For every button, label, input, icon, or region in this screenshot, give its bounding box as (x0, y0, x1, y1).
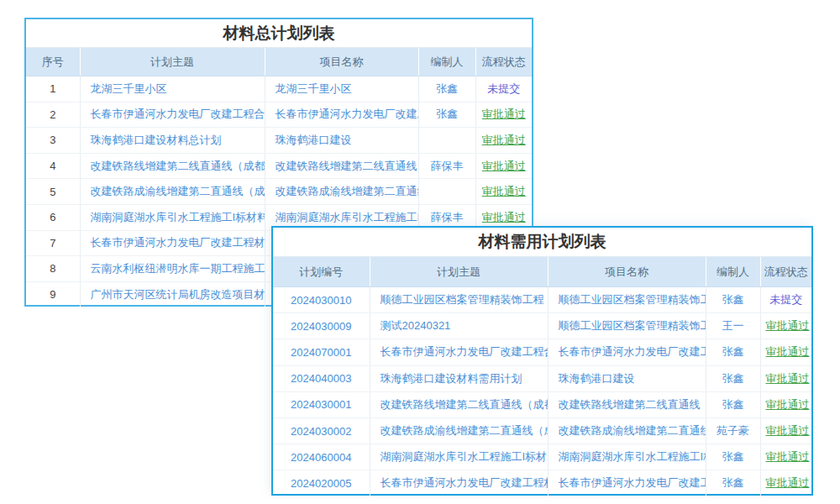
project-name-link[interactable]: 顺德工业园区档案管理精装饰工程（... (548, 313, 706, 339)
table-row[interactable]: 2024040003 珠海鹤港口建设材料需用计划 珠海鹤港口建设 张鑫 审批通过 (273, 365, 811, 391)
row-seq: 9 (26, 281, 80, 307)
plan-code-link[interactable]: 2024070001 (273, 339, 370, 365)
plan-subject-link[interactable]: 湖南洞庭湖水库引水工程施工I标材料总计划 (80, 204, 265, 230)
table-row[interactable]: 3 珠海鹤港口建设材料总计划 珠海鹤港口建设 审批通过 (26, 128, 532, 154)
plan-code-link[interactable]: 2024030010 (273, 287, 370, 313)
plan-subject-link[interactable]: 珠海鹤港口建设材料需用计划 (370, 365, 548, 391)
plan-code-link[interactable]: 2024060004 (273, 444, 370, 470)
project-name-link[interactable]: 改建铁路成渝线增建第二直通线... (265, 179, 418, 205)
column-header-project-name: 项目名称 (548, 257, 706, 287)
status-link[interactable]: 未提交 (475, 76, 532, 102)
status-link[interactable]: 审批通过 (760, 391, 811, 417)
plan-subject-link[interactable]: 珠海鹤港口建设材料总计划 (80, 128, 265, 154)
project-name-link[interactable]: 长春市伊通河水力发电厂改建工程 (548, 470, 706, 496)
status-link[interactable]: 未提交 (760, 287, 811, 313)
table-row[interactable]: 1 龙湖三千里小区 龙湖三千里小区 张鑫 未提交 (26, 76, 532, 102)
row-seq: 7 (26, 230, 80, 256)
creator-name: 薛保丰 (418, 153, 475, 179)
creator-name: 张鑫 (706, 391, 760, 417)
project-name-link[interactable]: 龙湖三千里小区 (265, 76, 418, 102)
column-header-plan-subject: 计划主题 (80, 48, 265, 76)
plan-subject-link[interactable]: 长春市伊通河水力发电厂改建工程材料总计划 (80, 230, 265, 256)
plan-subject-link[interactable]: 广州市天河区统计局机房改造项目材料总计划 (80, 281, 265, 307)
project-name-link[interactable]: 改建铁路线增建第二线直通线（成都... (548, 391, 706, 417)
column-header-plan-subject: 计划主题 (370, 257, 548, 287)
screen: 材料总计划列表 序号 计划主题 项目名称 编制人 流程状态 1 龙湖三千里小区 … (0, 0, 840, 504)
plan-subject-link[interactable]: 改建铁路成渝线增建第二直通线（成渝枢纽... (80, 179, 265, 205)
status-link[interactable]: 审批通过 (760, 417, 811, 444)
column-header-seq: 序号 (26, 48, 80, 76)
status-link[interactable]: 审批通过 (475, 128, 532, 154)
status-link[interactable]: 审批通过 (475, 102, 532, 128)
demand-plan-table: 计划编号 计划主题 项目名称 编制人 流程状态 2024030010 顺德工业园… (273, 257, 811, 496)
table-row[interactable]: 4 改建铁路线增建第二线直通线（成都-西安）... 改建铁路线增建第二线直通线（… (26, 153, 532, 179)
row-seq: 1 (26, 76, 80, 102)
creator-name: 张鑫 (706, 339, 760, 365)
plan-subject-link[interactable]: 湖南洞庭湖水库引水工程施工I标材... (370, 444, 548, 470)
plan-code-link[interactable]: 2024030001 (273, 391, 370, 417)
table-row[interactable]: 2024070001 长春市伊通河水力发电厂改建工程合... 长春市伊通河水力发… (273, 339, 811, 365)
table-row[interactable]: 2 长春市伊通河水力发电厂改建工程合同材料... 长春市伊通河水力发电厂改建工程… (26, 102, 532, 128)
plan-code-link[interactable]: 2024020005 (273, 470, 370, 496)
plan-subject-link[interactable]: 云南水利枢纽潜明水库一期工程施工I标材料... (80, 256, 265, 282)
project-name-link[interactable]: 顺德工业园区档案管理精装饰工程（... (548, 287, 706, 313)
creator-name (418, 179, 475, 205)
row-seq: 4 (26, 153, 80, 179)
column-header-creator: 编制人 (418, 48, 475, 76)
project-name-link[interactable]: 长春市伊通河水力发电厂改建工程 (548, 339, 706, 365)
column-header-status: 流程状态 (760, 257, 811, 287)
creator-name: 王一 (706, 313, 760, 339)
row-seq: 2 (26, 102, 80, 128)
table-row[interactable]: 2024030002 改建铁路成渝线增建第二直通线（成... 改建铁路成渝线增建… (273, 417, 811, 444)
column-header-status: 流程状态 (475, 48, 532, 76)
demand-plan-title: 材料需用计划列表 (273, 228, 811, 257)
status-link[interactable]: 审批通过 (475, 153, 532, 179)
status-link[interactable]: 审批通过 (760, 313, 811, 339)
demand-plan-panel: 材料需用计划列表 计划编号 计划主题 项目名称 编制人 流程状态 2024030… (271, 226, 813, 496)
creator-name (418, 128, 475, 154)
plan-code-link[interactable]: 2024030009 (273, 313, 370, 339)
plan-subject-link[interactable]: 测试20240321 (370, 313, 548, 339)
creator-name: 张鑫 (706, 470, 760, 496)
row-seq: 3 (26, 128, 80, 154)
project-name-link[interactable]: 珠海鹤港口建设 (548, 365, 706, 391)
creator-name: 张鑫 (418, 102, 475, 128)
project-name-link[interactable]: 改建铁路成渝线增建第二直通线（成... (548, 417, 706, 444)
table-row[interactable]: 2024020005 长春市伊通河水力发电厂改建工程材... 长春市伊通河水力发… (273, 470, 811, 496)
plan-subject-link[interactable]: 改建铁路线增建第二线直通线（成都-西安）... (80, 153, 265, 179)
status-link[interactable]: 审批通过 (475, 179, 532, 205)
plan-subject-link[interactable]: 改建铁路线增建第二线直通线（成都... (370, 391, 548, 417)
creator-name: 张鑫 (706, 365, 760, 391)
status-link[interactable]: 审批通过 (760, 444, 811, 470)
table-row[interactable]: 2024060004 湖南洞庭湖水库引水工程施工I标材... 湖南洞庭湖水库引水… (273, 444, 811, 470)
plan-subject-link[interactable]: 长春市伊通河水力发电厂改建工程合... (370, 339, 548, 365)
column-header-plan-code: 计划编号 (273, 257, 370, 287)
project-name-link[interactable]: 长春市伊通河水力发电厂改建工程 (265, 102, 418, 128)
status-link[interactable]: 审批通过 (760, 470, 811, 496)
project-name-link[interactable]: 改建铁路线增建第二线直通线（... (265, 153, 418, 179)
project-name-link[interactable]: 珠海鹤港口建设 (265, 128, 418, 154)
plan-code-link[interactable]: 2024040003 (273, 365, 370, 391)
table-row[interactable]: 2024030010 顺德工业园区档案管理精装饰工程（... 顺德工业园区档案管… (273, 287, 811, 313)
table-row[interactable]: 2024030009 测试20240321 顺德工业园区档案管理精装饰工程（..… (273, 313, 811, 339)
creator-name: 张鑫 (418, 76, 475, 102)
table-row[interactable]: 2024030001 改建铁路线增建第二线直通线（成都... 改建铁路线增建第二… (273, 391, 811, 417)
plan-subject-link[interactable]: 长春市伊通河水力发电厂改建工程合同材料... (80, 102, 265, 128)
row-seq: 5 (26, 179, 80, 205)
plan-subject-link[interactable]: 改建铁路成渝线增建第二直通线（成... (370, 417, 548, 444)
status-link[interactable]: 审批通过 (760, 365, 811, 391)
row-seq: 8 (26, 256, 80, 282)
plan-subject-link[interactable]: 长春市伊通河水力发电厂改建工程材... (370, 470, 548, 496)
row-seq: 6 (26, 204, 80, 230)
column-header-creator: 编制人 (706, 257, 760, 287)
plan-code-link[interactable]: 2024030002 (273, 417, 370, 444)
project-name-link[interactable]: 湖南洞庭湖水库引水工程施工I标 (548, 444, 706, 470)
plan-subject-link[interactable]: 顺德工业园区档案管理精装饰工程（... (370, 287, 548, 313)
table-row[interactable]: 5 改建铁路成渝线增建第二直通线（成渝枢纽... 改建铁路成渝线增建第二直通线.… (26, 179, 532, 205)
column-header-project-name: 项目名称 (265, 48, 418, 76)
plan-subject-link[interactable]: 龙湖三千里小区 (80, 76, 265, 102)
creator-name: 张鑫 (706, 444, 760, 470)
demand-plan-header-row: 计划编号 计划主题 项目名称 编制人 流程状态 (273, 257, 811, 287)
master-plan-header-row: 序号 计划主题 项目名称 编制人 流程状态 (26, 48, 532, 76)
status-link[interactable]: 审批通过 (760, 339, 811, 365)
